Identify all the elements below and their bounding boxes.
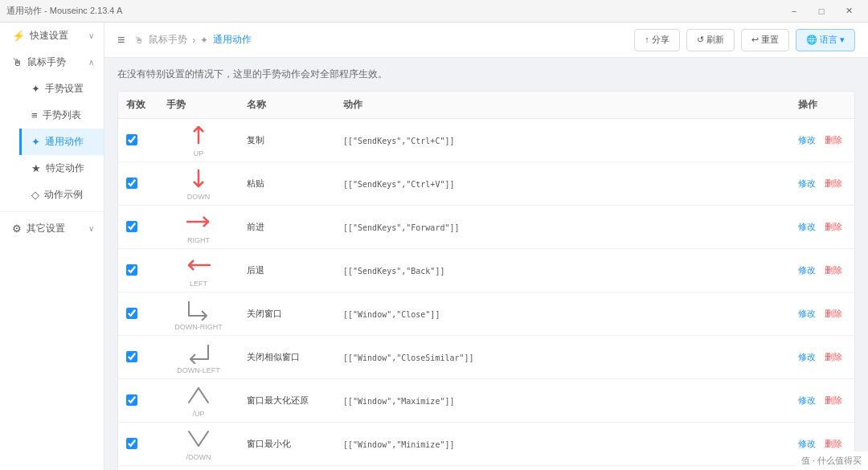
actions-table: 有效 手势 名称 动作 操作 UP 复制 [["SendKeys","Ctrl+… [118,92,854,470]
edit-link[interactable]: 修改 [798,309,816,318]
action-cell: [["SendKeys","Forward"]] [335,206,790,249]
table-row: RIGHT 前进 [["SendKeys","Forward"]] 修改 删除 [118,206,854,249]
edit-link[interactable]: 修改 [798,395,816,405]
menu-icon[interactable]: ≡ [117,33,125,47]
enabled-cell [118,292,158,336]
action-cell: [["Window","Maximize"]] [335,379,790,423]
col-header-action: 动作 [335,92,790,119]
enabled-checkbox[interactable] [126,438,137,449]
gesture-label: DOWN [166,193,231,201]
enabled-cell [118,162,158,206]
edit-link[interactable]: 修改 [798,178,816,188]
breadcrumb-mouse-icon: 🖱 [134,35,144,46]
refresh-button[interactable]: ↺ 刷新 [686,29,735,51]
svg-line-7 [199,431,208,446]
general-actions-icon: ✦ [31,136,40,148]
gesture-cell: /DOWN [158,423,239,466]
action-code: [["SendKeys","Forward"]] [343,223,460,232]
topbar-actions: ↑ 分享 ↺ 刷新 ↩ 重置 🌐 语言 ▾ [634,29,855,51]
table-header-row: 有效 手势 名称 动作 操作 [118,92,854,119]
gesture-label: /DOWN [166,453,231,461]
gesture-label: LEFT [166,280,231,288]
gesture-list-label: 手势列表 [43,108,81,122]
edit-link[interactable]: 修改 [798,352,816,362]
delete-link[interactable]: 删除 [825,222,842,231]
enabled-checkbox[interactable] [126,264,137,276]
breadcrumb: 🖱 鼠标手势 › ✦ 通用动作 [134,33,252,47]
col-header-ops: 操作 [790,92,854,119]
table-row: DOWN-RIGHT 关闭窗口 [["Window","Close"]] 修改 … [118,292,854,336]
action-cell: [["SendKeys","Ctrl+C"]] [335,119,790,162]
edit-link[interactable]: 修改 [798,135,816,145]
enabled-cell [118,379,158,423]
sidebar-item-action-examples[interactable]: ◇ 动作示例 [19,182,104,208]
gesture-cell: LEFT [158,249,239,292]
close-button[interactable]: ✕ [836,2,862,20]
delete-link[interactable]: 删除 [825,352,842,362]
table-row: DOWN-LEFT 关闭相似窗口 [["Window","CloseSimila… [118,336,854,379]
delete-link[interactable]: 删除 [825,135,842,145]
maximize-button[interactable]: □ [809,2,834,20]
delete-link[interactable]: 删除 [825,395,842,405]
sidebar-item-specific-actions[interactable]: ★ 特定动作 [19,155,104,182]
sidebar: ⚡ 快速设置 ∨ 🖱 鼠标手势 ∧ ✦ 手势设置 ≡ 手势列表 [0,22,104,470]
gesture-label: /UP [166,410,231,418]
action-examples-icon: ◇ [31,189,39,201]
enabled-cell [118,249,158,292]
reset-button[interactable]: ↩ 重置 [741,29,789,51]
enabled-cell [118,336,158,379]
gesture-cell: UP [158,119,239,162]
table-row: 1UP Esc [["SendKeys","Escape"]] 修改 删除 [118,466,854,471]
name-cell: 前进 [239,206,335,249]
gesture-settings-icon: ✦ [31,83,40,95]
titlebar: 通用动作 - Mouseinc 2.13.4 A − □ ✕ [0,0,868,22]
sidebar-item-mouse-gestures[interactable]: 🖱 鼠标手势 ∧ [0,49,104,76]
mouse-icon: 🖱 [12,56,23,68]
enabled-cell [118,119,158,162]
edit-link[interactable]: 修改 [798,439,816,448]
language-button[interactable]: 🌐 语言 ▾ [796,29,855,51]
enabled-checkbox[interactable] [126,394,137,406]
table-row: /DOWN 窗口最小化 [["Window","Minimize"]] 修改 删… [118,423,854,466]
action-cell: [["SendKeys","Escape"]] [335,466,790,471]
delete-link[interactable]: 删除 [825,439,842,448]
sidebar-item-quick-settings[interactable]: ⚡ 快速设置 ∨ [0,22,104,49]
sidebar-item-general-actions[interactable]: ✦ 通用动作 [19,129,104,155]
sidebar-sub-items: ✦ 手势设置 ≡ 手势列表 ✦ 通用动作 ★ 特定动作 ◇ 动作示例 [0,76,104,208]
sidebar-item-gesture-list[interactable]: ≡ 手势列表 [19,102,104,129]
enabled-checkbox[interactable] [126,351,137,362]
enabled-checkbox[interactable] [126,308,137,319]
table-row: UP 复制 [["SendKeys","Ctrl+C"]] 修改 删除 [118,119,854,162]
breadcrumb-current-icon: ✦ [200,35,208,46]
sidebar-item-gesture-settings[interactable]: ✦ 手势设置 [19,76,104,102]
ops-cell: 修改 删除 [790,249,854,292]
sidebar-section-mouse: 🖱 鼠标手势 ∧ ✦ 手势设置 ≡ 手势列表 ✦ 通用动作 ★ [0,49,104,212]
gesture-cell: /UP [158,379,239,423]
action-code: [["SendKeys","Ctrl+C"]] [343,137,454,145]
breadcrumb-current-label: 通用动作 [213,33,252,47]
svg-line-6 [189,431,199,446]
delete-link[interactable]: 删除 [825,309,842,318]
titlebar-title: 通用动作 - Mouseinc 2.13.4 A [6,5,122,17]
enabled-checkbox[interactable] [126,221,137,232]
minimize-button[interactable]: − [781,2,807,20]
action-cell: [["SendKeys","Ctrl+V"]] [335,162,790,206]
delete-link[interactable]: 删除 [825,178,842,188]
general-actions-label: 通用动作 [45,135,84,149]
action-code: [["Window","Close"]] [343,310,440,319]
app-layout: ⚡ 快速设置 ∨ 🖱 鼠标手势 ∧ ✦ 手势设置 ≡ 手势列表 [0,22,868,470]
delete-link[interactable]: 删除 [825,265,842,275]
edit-link[interactable]: 修改 [798,222,816,231]
share-button[interactable]: ↑ 分享 [634,29,680,51]
specific-actions-icon: ★ [31,162,41,174]
main-content: ≡ 🖱 鼠标手势 › ✦ 通用动作 ↑ 分享 ↺ 刷新 ↩ 重置 🌐 语言 ▾ … [104,22,868,470]
sidebar-item-other-settings[interactable]: ⚙ 其它设置 ∨ [0,215,104,242]
gesture-settings-label: 手势设置 [45,82,84,96]
breadcrumb-separator: › [192,35,195,46]
ops-cell: 修改 删除 [790,379,854,423]
edit-link[interactable]: 修改 [798,265,816,275]
enabled-checkbox[interactable] [126,178,137,189]
mouse-arrow: ∧ [88,58,94,67]
name-cell: 后退 [239,249,335,292]
enabled-checkbox[interactable] [126,134,137,145]
